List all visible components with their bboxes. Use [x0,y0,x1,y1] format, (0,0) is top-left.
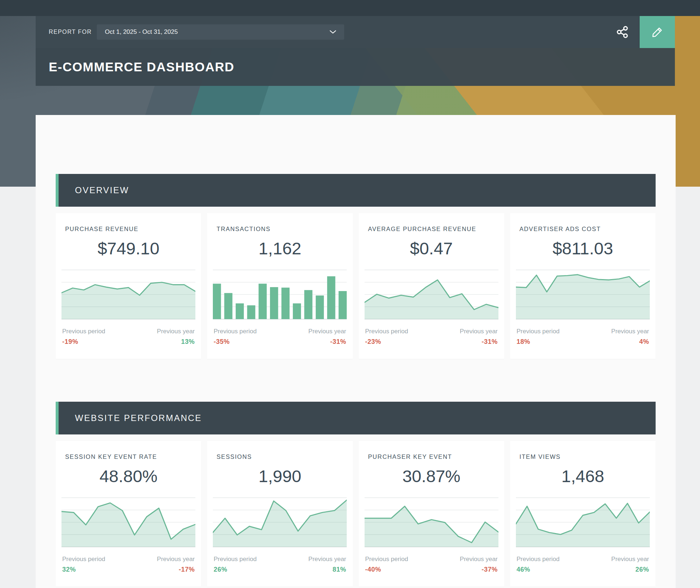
comparison-values: 46% 26% [517,566,649,573]
previous-period-delta: -40% [365,566,381,573]
previous-year-delta: 81% [333,566,346,573]
section-header-overview: OVERVIEW [56,174,656,207]
metric-value: 1,990 [207,466,353,486]
metric-value: 30.87% [359,466,504,486]
comparison-values: -40% -37% [365,566,498,573]
metric-card-transactions: TRANSACTIONS 1,162 Previous period Previ… [207,213,353,359]
metric-value: $811.03 [510,238,656,258]
comparison-labels: Previous period Previous year [214,328,346,335]
edit-button[interactable] [639,16,675,48]
date-range-value: Oct 1, 2025 - Oct 31, 2025 [105,28,178,36]
metric-card-average-purchase-revenue: AVERAGE PURCHASE REVENUE $0.47 Previous … [359,213,504,359]
sparkline-chart [213,495,347,548]
sparkline-chart [61,267,195,320]
metric-label: TRANSACTIONS [216,226,343,233]
previous-year-delta: -37% [482,566,498,573]
comparison-values: 32% -17% [62,566,195,573]
comparison-labels: Previous period Previous year [62,556,195,563]
previous-period-label: Previous period [517,328,560,335]
metric-label: PURCHASER KEY EVENT [368,453,495,460]
report-for-label: REPORT FOR [49,29,92,35]
metric-label: SESSION KEY EVENT RATE [65,453,192,460]
share-icon [616,25,629,39]
previous-period-delta: -23% [365,338,381,346]
previous-year-label: Previous year [611,328,649,335]
sparkline-chart [516,495,650,548]
comparison-labels: Previous period Previous year [62,328,195,335]
sparkline-chart [213,267,347,320]
previous-period-delta: -19% [62,338,78,346]
previous-year-delta: 13% [181,338,195,346]
metric-value: $0.47 [359,238,504,258]
date-range-dropdown[interactable]: Oct 1, 2025 - Oct 31, 2025 [97,24,344,40]
metric-label: ADVERTISER ADS COST [520,226,646,233]
metric-card-advertiser-ads-cost: ADVERTISER ADS COST $811.03 Previous per… [510,213,656,359]
report-header: REPORT FOR Oct 1, 2025 - Oct 31, 2025 [36,16,675,48]
metric-label: ITEM VIEWS [520,453,646,460]
comparison-labels: Previous period Previous year [365,556,498,563]
previous-year-label: Previous year [611,556,649,563]
previous-period-label: Previous period [214,328,256,335]
comparison-labels: Previous period Previous year [517,556,649,563]
previous-period-label: Previous period [214,556,256,563]
top-strip [0,0,700,16]
comparison-labels: Previous period Previous year [365,328,498,335]
comparison-values: 26% 81% [214,566,346,573]
metric-value: 48.80% [56,466,201,486]
website-performance-cards: SESSION KEY EVENT RATE 48.80% Previous p… [56,441,656,587]
share-button[interactable] [606,16,639,48]
metric-label: PURCHASE REVENUE [65,226,192,233]
previous-period-label: Previous period [62,556,105,563]
previous-year-delta: 4% [639,338,649,346]
overview-cards: PURCHASE REVENUE $749.10 Previous period… [56,213,656,359]
comparison-values: -23% -31% [365,338,498,346]
previous-period-label: Previous period [517,556,560,563]
previous-year-label: Previous year [460,556,498,563]
section-title: OVERVIEW [75,185,129,195]
section-title: WEBSITE PERFORMANCE [75,413,202,423]
metric-card-sessions: SESSIONS 1,990 Previous period Previous … [207,441,353,587]
previous-period-label: Previous period [365,556,408,563]
metric-card-item-views: ITEM VIEWS 1,468 Previous period Previou… [510,441,656,587]
previous-year-delta: -17% [179,566,195,573]
previous-year-label: Previous year [309,328,346,335]
metric-value: $749.10 [56,238,201,258]
previous-year-label: Previous year [157,556,195,563]
sparkline-chart [61,495,195,548]
comparison-labels: Previous period Previous year [517,328,649,335]
previous-period-delta: 18% [517,338,530,346]
previous-period-label: Previous period [62,328,105,335]
sparkline-chart [516,267,650,320]
page-title: E-COMMERCE DASHBOARD [49,60,234,74]
title-bar: E-COMMERCE DASHBOARD [36,48,675,86]
metric-value: 1,468 [510,466,656,486]
previous-year-delta: -31% [330,338,346,346]
metric-value: 1,162 [207,238,353,258]
metric-card-purchase-revenue: PURCHASE REVENUE $749.10 Previous period… [56,213,201,359]
metric-label: AVERAGE PURCHASE REVENUE [368,226,495,233]
previous-period-delta: -35% [214,338,230,346]
pencil-icon [651,25,664,39]
metric-card-purchaser-key-event: PURCHASER KEY EVENT 30.87% Previous peri… [359,441,504,587]
previous-period-delta: 32% [62,566,76,573]
comparison-labels: Previous period Previous year [214,556,346,563]
previous-period-label: Previous period [365,328,408,335]
previous-year-label: Previous year [309,556,346,563]
comparison-values: 18% 4% [517,338,649,346]
previous-period-delta: 46% [517,566,530,573]
metric-card-session-key-event-rate: SESSION KEY EVENT RATE 48.80% Previous p… [56,441,201,587]
previous-year-label: Previous year [460,328,498,335]
comparison-values: -35% -31% [214,338,346,346]
previous-year-delta: 26% [635,566,649,573]
comparison-values: -19% 13% [62,338,195,346]
previous-period-delta: 26% [214,566,227,573]
previous-year-label: Previous year [157,328,195,335]
sparkline-chart [365,495,498,548]
chevron-down-icon [330,30,336,34]
sparkline-chart [365,267,498,320]
metric-label: SESSIONS [216,453,343,460]
section-header-website-performance: WEBSITE PERFORMANCE [56,402,656,434]
content-panel: OVERVIEW PURCHASE REVENUE $749.10 Previo… [36,115,676,588]
previous-year-delta: -31% [482,338,498,346]
